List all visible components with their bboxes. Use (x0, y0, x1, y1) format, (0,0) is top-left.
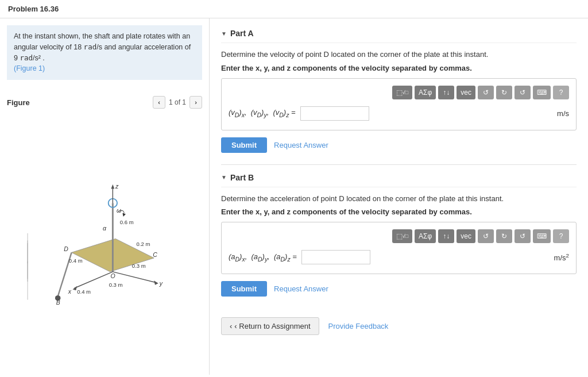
return-chevron-icon: ‹ (230, 322, 232, 330)
svg-marker-11 (154, 280, 158, 285)
figure-page-indicator: 1 of 1 (169, 98, 186, 106)
part-b-section: ▼ Part B Determine the acceleration of p… (221, 168, 577, 297)
part-a-vec-btn[interactable]: vec (457, 86, 475, 99)
part-b-fraction-btn[interactable]: ⬚√□ (392, 229, 412, 243)
part-b-help-btn[interactable]: ? (553, 229, 569, 243)
figure-nav: ‹ 1 of 1 › (153, 96, 202, 109)
part-a-equation-row: (vD)x, (vD)y, (vD)z = m/s (229, 104, 569, 123)
part-a-reset-btn[interactable]: ↺ (514, 86, 531, 99)
part-b-equation-row: (aD)x, (aD)y, (aD)z = m/s2 (229, 248, 569, 267)
problem-title: Problem 16.36 (0, 0, 588, 18)
part-b-input[interactable] (301, 250, 370, 264)
svg-text:0.4 m: 0.4 m (69, 257, 83, 263)
part-b-reset-btn[interactable]: ↺ (514, 229, 531, 243)
svg-text:x: x (68, 288, 72, 295)
part-b-equation-label: (aD)x, (aD)y, (aD)z = (229, 252, 297, 263)
figure-label: Figure (7, 98, 30, 107)
svg-text:0.3 m: 0.3 m (109, 281, 123, 287)
part-b-arrow-btn[interactable]: ↑↓ (438, 229, 454, 243)
part-a-description: Determine the velocity of point D locate… (221, 49, 577, 60)
part-b-undo-btn[interactable]: ↺ (478, 229, 494, 243)
part-a-unit: m/s (557, 109, 569, 118)
problem-description: At the instant shown, the shaft and plat… (7, 25, 202, 80)
svg-text:z: z (115, 183, 119, 190)
provide-feedback-link[interactable]: Provide Feedback (328, 322, 389, 330)
part-a-fraction-btn[interactable]: ⬚√□ (392, 86, 412, 99)
part-b-submit-button[interactable]: Submit (221, 281, 267, 297)
part-a-help-btn[interactable]: ? (553, 86, 569, 99)
part-a-arrow: ▼ (221, 30, 227, 37)
part-b-vec-btn[interactable]: vec (457, 229, 475, 243)
part-b-keyboard-btn[interactable]: ⌨ (533, 229, 551, 243)
part-b-symbol-btn[interactable]: AΣφ (415, 229, 436, 243)
bottom-actions: ‹ ‹ Return to Assignment Provide Feedbac… (221, 308, 577, 340)
figure-image: z y x ω α D (0, 113, 209, 375)
svg-text:0.2 m: 0.2 m (136, 240, 150, 247)
figure-prev-button[interactable]: ‹ (153, 96, 165, 109)
part-a-submit-button[interactable]: Submit (221, 137, 267, 153)
svg-text:α: α (103, 225, 107, 232)
part-a-instruction: Enter the x, y, and z components of the … (221, 64, 577, 72)
part-a-header[interactable]: ▼ Part A (221, 24, 577, 43)
svg-text:O: O (111, 272, 115, 279)
part-b-request-link[interactable]: Request Answer (274, 284, 328, 293)
svg-text:D: D (64, 245, 68, 252)
part-b-answer-box: ⬚√□ AΣφ ↑↓ vec ↺ ↻ ↺ ⌨ ? (aD)x, (aD)y, (… (221, 222, 577, 274)
svg-text:y: y (159, 279, 163, 286)
part-a-title: Part A (230, 29, 254, 38)
svg-marker-14 (73, 286, 78, 290)
part-a-actions: Submit Request Answer (221, 137, 577, 153)
part-b-toolbar: ⬚√□ AΣφ ↑↓ vec ↺ ↻ ↺ ⌨ ? (229, 229, 569, 243)
part-a-keyboard-btn[interactable]: ⌨ (533, 86, 551, 99)
part-b-instruction: Enter the x, y, and z components of the … (221, 207, 577, 216)
part-a-undo-btn[interactable]: ↺ (478, 86, 494, 99)
part-b-header[interactable]: ▼ Part B (221, 168, 577, 187)
part-b-arrow: ▼ (221, 174, 227, 180)
part-a-equation-label: (vD)x, (vD)y, (vD)z = (229, 108, 296, 118)
part-b-actions: Submit Request Answer (221, 281, 577, 297)
part-a-answer-box: ⬚√□ AΣφ ↑↓ vec ↺ ↻ ↺ ⌨ ? (vD)x, (vD)y, (… (221, 78, 577, 130)
figure-header: Figure ‹ 1 of 1 › (0, 91, 209, 113)
left-panel: At the instant shown, the shaft and plat… (0, 18, 210, 375)
svg-marker-8 (111, 184, 114, 188)
part-b-description: Determine the acceleration of point D lo… (221, 193, 577, 205)
part-b-unit: m/s2 (554, 252, 569, 262)
right-panel: ▼ Part A Determine the velocity of point… (210, 18, 588, 375)
svg-text:B: B (56, 299, 60, 306)
figure-next-button[interactable]: › (189, 96, 202, 109)
part-a-section: ▼ Part A Determine the velocity of point… (221, 24, 577, 153)
svg-text:0.3 m: 0.3 m (132, 263, 146, 269)
part-a-redo-btn[interactable]: ↻ (496, 86, 512, 99)
svg-text:0.4 m: 0.4 m (77, 288, 91, 295)
svg-text:0.6 m: 0.6 m (120, 218, 134, 225)
figure-link[interactable]: (Figure 1) (14, 64, 45, 72)
part-b-redo-btn[interactable]: ↻ (496, 229, 512, 243)
part-a-symbol-btn[interactable]: AΣφ (415, 86, 436, 99)
svg-line-13 (74, 271, 113, 288)
part-b-title: Part B (230, 173, 254, 182)
part-a-toolbar: ⬚√□ AΣφ ↑↓ vec ↺ ↻ ↺ ⌨ ? (229, 86, 569, 99)
part-a-input[interactable] (300, 106, 369, 121)
return-assignment-button[interactable]: ‹ ‹ Return to Assignment (221, 317, 319, 335)
part-a-request-link[interactable]: Request Answer (274, 141, 328, 149)
return-assignment-label: ‹ Return to Assignment (234, 322, 310, 330)
svg-text:C: C (153, 251, 157, 258)
part-a-arrow-btn[interactable]: ↑↓ (438, 86, 454, 99)
